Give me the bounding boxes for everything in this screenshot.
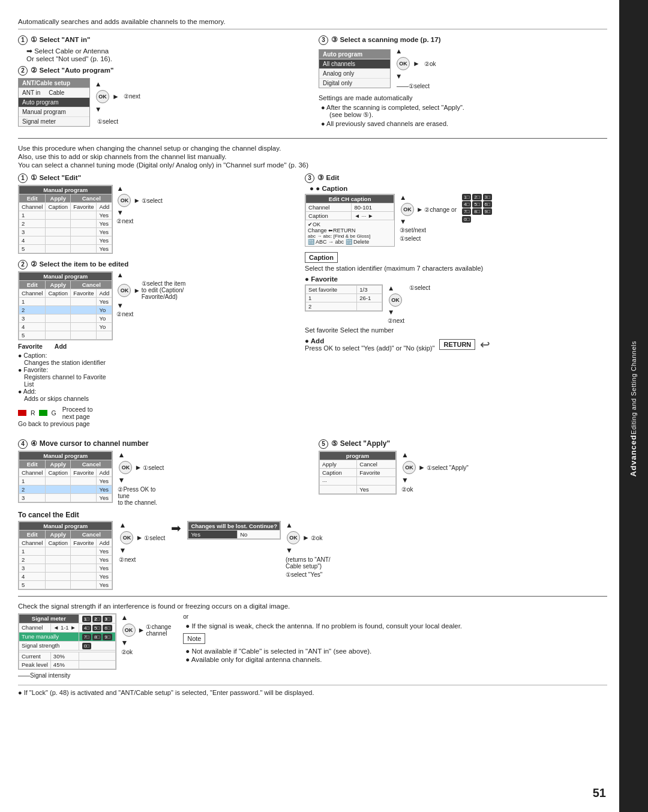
ok-btn-mc[interactable]: OK <box>119 461 132 474</box>
caption-desc: ● Caption:Changes the station identifier <box>18 352 293 366</box>
manual-intro3: You can select a channel tuning mode (Di… <box>18 161 607 169</box>
sm-change: ①changechannel <box>146 624 171 637</box>
step3-circle: 3 <box>319 35 328 45</box>
add-desc2: Press OK to select "Yes (add)" or "No (s… <box>305 344 434 352</box>
set-favorite-desc: Set favorite Select the number <box>305 326 607 334</box>
manual-step3-heading: ③ Edit <box>317 174 339 181</box>
caption-heading: ● Caption <box>316 185 347 192</box>
step5-circle: 5 <box>319 439 328 449</box>
num-3: 3□ <box>483 194 492 200</box>
ok-btn-conf[interactable]: OK <box>287 531 300 544</box>
arr-ce: ► <box>136 534 143 542</box>
ce-down: ▼ <box>119 546 126 555</box>
step4-heading: ④ Move cursor to channel number <box>31 439 148 448</box>
s1-down: ▼ <box>116 209 123 216</box>
after-scan3: All previously saved channels are erased… <box>319 120 607 127</box>
manual-left: 1 ① Select "Edit" Manual program EditApp… <box>18 173 293 433</box>
select-apply-section: 5 ⑤ Select "Apply" program ApplyCancel C… <box>319 439 607 506</box>
step1-sub2: Or select "Not used" (p. 16). <box>18 55 307 62</box>
step1-circle: 1 <box>18 35 28 45</box>
fav-next: ②next <box>388 317 404 324</box>
sa-up: ▲ <box>401 451 409 459</box>
ce-select: ①select <box>144 535 165 541</box>
add-desc: ● Add:Adds or skips channels <box>18 388 293 402</box>
signal-bullet2: Not available if "Cable" is selected in … <box>185 648 371 655</box>
step3-select-label: ——①select <box>397 83 430 89</box>
confirm-box: Changes will be lost. Continue? YesNo <box>187 521 281 540</box>
green-btn <box>39 410 47 416</box>
red-btn <box>18 410 26 416</box>
signal-intensity-label: ——Signal intensity <box>18 672 171 679</box>
move-cursor-section: 4 ④ Move cursor to channel number Manual… <box>18 439 307 506</box>
conf-returns: (returns to "ANT/Cable setup") <box>286 556 331 570</box>
ok-btn-ce[interactable]: OK <box>120 531 133 544</box>
divider-2 <box>18 596 607 597</box>
after-scan2: (see below ⑤). <box>329 111 607 119</box>
step2-heading: ② Select "Auto program" <box>31 67 113 74</box>
step3-ok-label: ②ok <box>424 61 436 67</box>
ok-btn-sa[interactable]: OK <box>403 461 416 474</box>
sm-6: 6□ <box>103 625 112 631</box>
manual-intro2: Also, use this to add or skip channels f… <box>18 153 607 160</box>
arrow-forward: ➡ <box>171 521 181 535</box>
sm-ok: ②ok <box>121 649 133 655</box>
step1-sub1: ➡ Select Cable or Antenna <box>18 47 307 55</box>
ok-btn-fav[interactable]: OK <box>389 293 402 307</box>
add-heading: ● Add <box>305 337 324 344</box>
sm-up: ▲ <box>121 613 128 622</box>
sm-8: 8□ <box>92 634 101 640</box>
arr-sa: ► <box>418 463 425 472</box>
signal-box-area: Signal meter1□2□3□ Channel◄ 1-1 ►4□5□6□ … <box>18 613 171 679</box>
ce-up: ▲ <box>119 521 126 529</box>
arr-mc: ► <box>134 463 142 472</box>
s1-up: ▲ <box>116 185 123 192</box>
manual-step1-heading: ① Select "Edit" <box>31 174 81 181</box>
manual-step2-heading: ② Select the item to be edited <box>31 260 128 268</box>
arrow-right-step2: ► <box>112 92 119 101</box>
sm-5: 5□ <box>92 625 101 631</box>
step3-heading: ③ Select a scanning mode (p. 17) <box>331 36 440 43</box>
signal-meter-box: Signal meter1□2□3□ Channel◄ 1-1 ►4□5□6□ … <box>18 613 116 670</box>
divider-1 <box>18 138 607 139</box>
sm-9: 9□ <box>103 634 112 640</box>
cancel-edit-section: To cancel the Edit Manual program EditAp… <box>18 511 607 590</box>
note-box: Note <box>183 633 205 644</box>
footnote: ● If "Lock" (p. 48) is activated and "AN… <box>18 685 607 696</box>
sa-down: ▼ <box>401 476 409 484</box>
s3-change: ②change or <box>424 206 456 213</box>
step2-next-label: ②next <box>124 93 140 100</box>
num-9: 9□ <box>483 208 492 215</box>
step2-up-arrow: ▲ <box>95 80 101 88</box>
num-6: 6□ <box>483 201 492 208</box>
sm-3: 3□ <box>103 616 112 622</box>
sidebar-label-editing: Editing and Setting Channels <box>630 341 637 435</box>
step4-circle: 4 <box>18 439 28 449</box>
num-4: 4□ <box>462 201 471 208</box>
favorite-col: Favorite <box>18 343 43 350</box>
ok-btn-s1[interactable]: OK <box>118 194 131 207</box>
caption-desc-text: Select the station identifier (maximum 7… <box>305 265 607 272</box>
mc-press-ok: ②Press OK to tuneto the channel. <box>118 486 166 506</box>
ok-btn-s2[interactable]: OK <box>118 284 131 297</box>
manual-program-section: Use this procedure when changing the cha… <box>18 145 607 696</box>
favorite-heading: ● Favorite <box>305 275 338 283</box>
arr-s2: ► <box>133 287 140 294</box>
auto-program-box: Auto program All channels Analog only Di… <box>319 49 391 88</box>
ok-btn-s3[interactable]: OK <box>401 203 414 216</box>
ok-btn-sm[interactable]: OK <box>122 624 136 637</box>
ok-button-step3[interactable]: OK <box>397 57 410 70</box>
arr-s3: ► <box>416 206 423 213</box>
s2-select: ①select the itemto edit (Caption/Favorit… <box>142 280 185 300</box>
num-7: 7□ <box>462 208 471 215</box>
add-col: Add <box>55 343 67 350</box>
step2-down-arrow: ▼ <box>95 106 101 113</box>
mc-down: ▼ <box>118 476 125 484</box>
ok-button-step2[interactable]: OK <box>96 90 109 103</box>
fav-up: ▲ <box>388 284 394 292</box>
step2-circle: 2 <box>18 66 28 76</box>
step5-heading: ⑤ Select "Apply" <box>331 439 390 448</box>
mc-up: ▲ <box>118 451 125 459</box>
edit-ch-caption-box: Edit CH caption Channel80-101 Caption◄ ·… <box>305 194 395 247</box>
signal-bullet1: If the signal is weak, check the antenna… <box>185 622 462 630</box>
sidebar: Editing and Setting Channels Advanced <box>619 0 648 812</box>
